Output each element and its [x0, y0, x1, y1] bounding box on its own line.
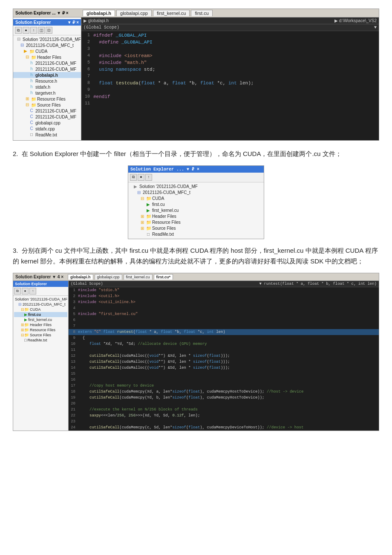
s3-header-label: Header Files [30, 323, 52, 327]
sol-btn-4[interactable]: ◫ [38, 27, 45, 34]
s3-first-kernel-cu-label: first_kernel.cu [28, 318, 52, 322]
b-line-23: 23 [69, 419, 379, 425]
step2-text: 在 Solution Explorer 中创建一个 filter（相当于一个目录… [22, 150, 342, 157]
sol-title-2: Solution Explorer ... ▼ ₽ × [128, 166, 264, 173]
lc-4: #include <iostream> [93, 52, 379, 59]
blc-21: //execute the kernel on N/256 blocks of … [78, 407, 379, 413]
blc-3: #include <cutil_inline.h> [78, 299, 379, 305]
sol-btn-3[interactable]: ↑ [30, 27, 37, 34]
sol-btn-1[interactable]: ⧉ [15, 27, 22, 34]
tab3-first-cu[interactable]: first.cu* [154, 274, 173, 280]
bln-15: 15 [69, 371, 78, 377]
tab3-first-kernel-cu[interactable]: first_kernel.cu [124, 274, 153, 280]
s3-source-label: Source Files [30, 333, 51, 337]
h-icon-stdafx: h [29, 84, 35, 90]
tree-label-globalapi: globalapi.h [35, 73, 58, 78]
tree-label-cpp2: 20121126-CUDA_MF [35, 115, 76, 119]
bln-23: 23 [69, 419, 78, 425]
s3-readme-label: ReadMe.txt [27, 338, 47, 342]
h-icon-2: h [29, 66, 35, 72]
s3-tree-readme: □ ReadMe.txt [14, 338, 67, 343]
tab-globalapi-cpp[interactable]: globalapi.cpp [116, 10, 152, 16]
code-line-6: 6 using namespace std; [81, 66, 379, 73]
tab-first-cu[interactable]: first.cu [191, 10, 212, 16]
s3-tree-first-cu: ▶ first.cu [14, 312, 67, 317]
blc-9: { [78, 335, 379, 341]
tree-item-stdafx-cpp: C stdafx.cpp [13, 126, 81, 132]
small-tree-label-sourcefiles: Source Files [152, 226, 176, 231]
h-icon-globalapi: h [29, 72, 35, 78]
tree-label-solution: Solution '20121126-CUDA_MF [23, 37, 81, 42]
tree-item-readme: □ ReadMe.txt [13, 132, 81, 138]
small-tree-label-readme: ReadMe.txt [152, 232, 174, 237]
b-line-15: 15 [69, 371, 379, 377]
code-line-7: 7 [81, 73, 379, 80]
bln-6: 6 [69, 317, 78, 323]
bln-9: 9 [69, 335, 78, 341]
code-line-1: 1 #ifndef _GLOBAL_API [81, 32, 379, 39]
blc-2: #include <cutil.h> [78, 293, 379, 299]
sol-btn-5[interactable]: ⊡ [46, 27, 52, 34]
sol-btn-2-3[interactable]: ↑ [145, 174, 152, 181]
b-line-6: 6 [69, 317, 379, 323]
path-right: ▶ d:\Workspace\_VS2 [334, 18, 377, 23]
b-line-12: 12 cutilSafeCall(cudaMalloc((void**) &Xd… [69, 353, 379, 359]
tab3-globalapi-cpp[interactable]: globalapi.cpp [95, 274, 122, 280]
sb-3[interactable]: ↑ [29, 288, 36, 295]
ln-4: 4 [81, 52, 93, 59]
tree-label-targetver-h: targetver.h [35, 91, 55, 95]
sol-btn-2-2[interactable]: ● [138, 174, 144, 181]
blc-12: cutilSafeCall(cudaMalloc((void**) &Xd, l… [78, 353, 379, 359]
code-line-10: 10 #endif [81, 93, 379, 100]
tab3-globalapi-h[interactable]: globalapi.h [68, 274, 93, 280]
cpp-icon-2: C [29, 114, 35, 119]
blc-19: cutilSafeCall(cudaMemcpy(Yd, b, len*size… [78, 395, 379, 401]
scope-text: (Global Scope) [84, 25, 119, 30]
ide-panel-1: Solution Explorer ... ▼ ₽ × globalapi.h … [13, 9, 379, 141]
small-tree-label-solution: Solution '20121126-CUDA_MF [139, 184, 198, 189]
s3-project-label: 20121126-CUDA_MFC_t [23, 302, 66, 306]
sb-1[interactable]: ⧉ [14, 288, 21, 295]
sb-2[interactable]: ● [22, 288, 29, 295]
tab-globalapi-h[interactable]: globalapi.h [83, 10, 115, 16]
b-line-19: 19 cutilSafeCall(cudaMemcpy(Yd, b, len*s… [69, 395, 379, 401]
bln-4: 4 [69, 305, 78, 311]
small-project-icon: ⊟ [136, 190, 142, 195]
blc-5: #include "first_kernel.cu" [78, 311, 379, 317]
scope-bottom-left: (Global Scope) [71, 282, 103, 286]
small-folder-header: ⊞ [139, 214, 145, 219]
tree-label-project: 20121126-CUDA_MFC_t [26, 43, 74, 48]
blc-8: extern "C" float runtest(float * a, floa… [78, 329, 379, 335]
b-line-1: 1 #include "stdio.h" [69, 287, 379, 293]
small-tree-label-project: 20121126-CUDA_MFC_t [143, 190, 190, 195]
b-line-3: 3 #include <cutil_inline.h> [69, 299, 379, 305]
scope-dropdown[interactable]: ▼ [374, 25, 377, 30]
small-tree-first-cu: ▶ first.cu [130, 202, 262, 208]
tree-label-stdafx-h: stdafx.h [35, 85, 50, 90]
sol-toolbar-2: ⧉ ● ↑ [128, 173, 264, 182]
blc-17: //copy host memory to device [78, 383, 379, 389]
step3-text: 分别在两个 cu 文件中写上函数，其中 first.cu 中就是本例程 CUDA… [13, 247, 378, 265]
sol-btn-2[interactable]: ● [23, 27, 29, 34]
ln-9: 9 [81, 87, 93, 93]
small-cu-icon-2: ▶ [145, 208, 151, 213]
step2-para: 2. 在 Solution Explorer 中创建一个 filter（相当于一… [13, 148, 379, 159]
tree-item-resource-h: h Resource.h [13, 78, 81, 84]
s3-first-cu-label: first.cu [28, 312, 41, 317]
s3-tree-project: ⊟ 20121126-CUDA_MFC_t [14, 302, 67, 307]
ln-1: 1 [81, 32, 93, 39]
tree-item-project: ⊟ 20121126-CUDA_MFC_t [13, 42, 81, 48]
ide-panel-3: Solution Explorer ▼ 4 × globalapi.h glob… [13, 273, 379, 431]
ide-body-1: Solution Explorer ▼ ₽ × ⧉ ● ↑ ◫ ⊡ ⊟ Solu… [13, 17, 379, 140]
sol-btn-2-1[interactable]: ⧉ [130, 174, 137, 181]
b-line-24: 24 cutilSafeCall(cudaMemcpy(c, Sd, len*s… [69, 425, 379, 431]
tab-first-kernel-cu[interactable]: first_kernel.cu [153, 10, 190, 16]
sol-title-text-2: Solution Explorer ... ▼ ₽ × [130, 167, 199, 172]
b-line-5: 5 #include "first_kernel.cu" [69, 311, 379, 317]
tree-item-headerfiles: ⊟ 📁 Header Files [13, 54, 81, 60]
tree-item-solution: ⊟ Solution '20121126-CUDA_MF [13, 36, 81, 42]
small-tree-resourcefiles: ⊞ 📁 Resource Files [130, 220, 262, 225]
tree-label-globalapi-cpp: globalapi.cpp [35, 121, 61, 125]
tree-label-headerfiles: Header Files [37, 55, 61, 60]
bln-11: 11 [69, 347, 78, 353]
